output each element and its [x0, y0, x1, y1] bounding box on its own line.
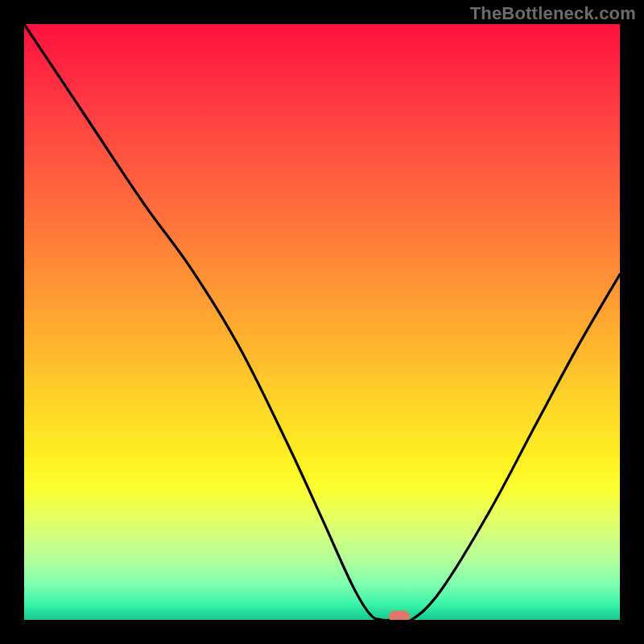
bottleneck-curve [24, 24, 620, 620]
plot-area [24, 24, 620, 620]
watermark-text: TheBottleneck.com [470, 3, 636, 24]
curve-svg [24, 24, 620, 620]
optimal-marker [389, 611, 410, 621]
chart-frame: TheBottleneck.com [0, 0, 644, 644]
